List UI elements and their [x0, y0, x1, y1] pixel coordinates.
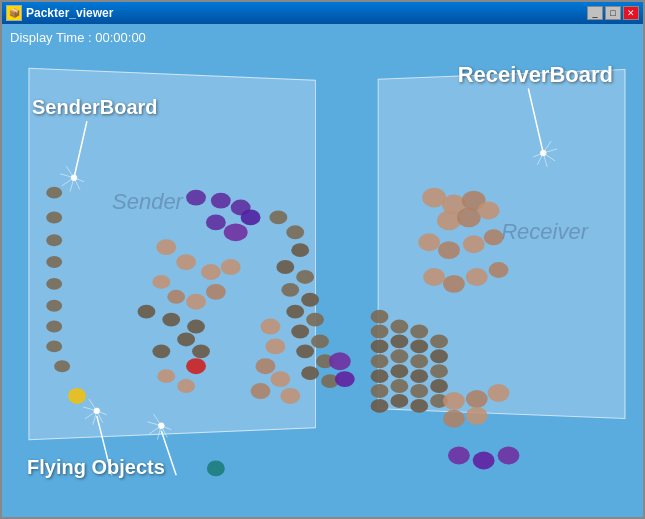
- canvas-area: Display Time : 00:00:00 Sender Receiver …: [2, 24, 643, 517]
- sender-board-label: SenderBoard: [32, 96, 158, 119]
- svg-point-85: [329, 352, 351, 370]
- svg-point-133: [473, 452, 495, 470]
- app-window: 📦 Packter_viewer _ □ ✕ Display Time : 00…: [0, 0, 645, 519]
- svg-point-78: [321, 374, 339, 388]
- title-controls: _ □ ✕: [587, 6, 639, 20]
- close-button[interactable]: ✕: [623, 6, 639, 20]
- title-left: 📦 Packter_viewer: [6, 5, 113, 21]
- display-time: Display Time : 00:00:00: [10, 30, 146, 45]
- sender-board: [28, 68, 316, 441]
- receiver-board-label: ReceiverBoard: [458, 62, 613, 88]
- svg-point-88: [207, 460, 225, 476]
- svg-point-86: [335, 371, 355, 387]
- flying-objects-label: Flying Objects: [27, 456, 165, 479]
- receiver-board: [378, 69, 626, 419]
- restore-button[interactable]: □: [605, 6, 621, 20]
- svg-point-134: [498, 447, 520, 465]
- window-title: Packter_viewer: [26, 6, 113, 20]
- app-icon: 📦: [6, 5, 22, 21]
- titlebar: 📦 Packter_viewer _ □ ✕: [2, 2, 643, 24]
- svg-point-76: [316, 354, 334, 368]
- svg-point-132: [448, 447, 470, 465]
- minimize-button[interactable]: _: [587, 6, 603, 20]
